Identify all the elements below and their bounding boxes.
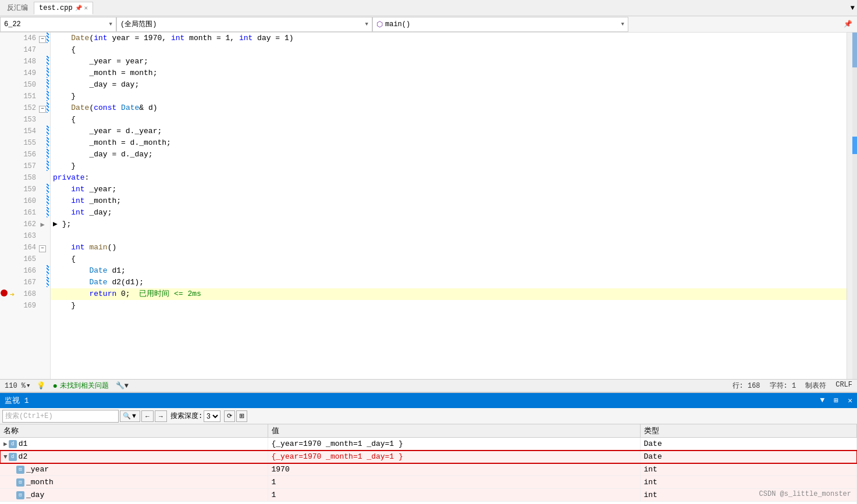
fold-arrow-162[interactable]: ▶: [40, 221, 44, 229]
code-line-164: int main(): [51, 242, 847, 253]
minimap-bg: [852, 33, 857, 379]
expand-btn[interactable]: ⊞: [236, 410, 247, 422]
fold-146[interactable]: −: [38, 34, 47, 43]
line-num-162: 162: [16, 220, 38, 228]
watch-child-type-_year: int: [640, 463, 857, 476]
gutter-row-164: 164−: [0, 242, 50, 253]
col-value: 值: [268, 424, 640, 438]
code-area[interactable]: Date(int year = 1970, int month = 1, int…: [51, 33, 847, 379]
fold-box-164[interactable]: −: [39, 245, 46, 252]
watch-row-d2[interactable]: ▼dd2{_year=1970 _month=1 _day=1 }Date: [0, 451, 857, 463]
watch-close-icon[interactable]: ✕: [848, 396, 852, 405]
line-num-147: 147: [16, 46, 38, 54]
code-line-162: ▶ };: [51, 219, 847, 230]
context-dropdown[interactable]: (全局范围) ▼: [116, 17, 372, 32]
bluebar-152: [47, 102, 50, 115]
breakpoint-168[interactable]: [0, 289, 8, 299]
watch-value-d1: {_year=1970 _month=1 _day=1 }: [268, 438, 640, 451]
lightbulb-icon[interactable]: 💡: [37, 381, 45, 390]
check-icon: ●: [52, 381, 57, 391]
watch-name-d1: ▶dd1: [0, 438, 268, 451]
fold-164[interactable]: −: [38, 243, 47, 252]
toolbar-pin-icon[interactable]: 📌: [841, 20, 855, 28]
line-num-165: 165: [16, 255, 38, 263]
right-scrollbar[interactable]: [847, 33, 857, 379]
line-num-146: 146: [16, 34, 38, 42]
gutter-row-162: 162▶: [0, 219, 50, 230]
line-num-164: 164: [16, 244, 38, 252]
watch-pin-icon[interactable]: ▼: [820, 396, 825, 405]
watch-row-child-_month[interactable]: ⊡_month1int: [0, 476, 857, 489]
gutter-row-150: 150: [0, 79, 50, 91]
zoom-dropdown-icon[interactable]: ▼: [27, 383, 30, 389]
code-line-168: return 0; 已用时间 <= 2ms: [51, 288, 847, 300]
context-value: (全局范围): [120, 19, 157, 29]
fold-152[interactable]: −: [38, 103, 47, 113]
child-icon-_year: ⊡: [16, 466, 24, 474]
depth-select[interactable]: 3 1 2 4 5: [204, 410, 221, 422]
search-placeholder: 搜索(Ctrl+E): [5, 411, 53, 421]
code-line-148: _year = year;: [51, 56, 847, 67]
code-editor: 146−147148149150151152−15315415515615715…: [0, 33, 857, 379]
minimap-highlight: [852, 33, 857, 67]
line-num-163: 163: [16, 232, 38, 240]
tab-close-icon[interactable]: ✕: [84, 4, 88, 12]
var-icon-d1: d: [9, 440, 17, 448]
watch-child-name-_month: ⊡_month: [0, 476, 268, 489]
watch-child-name-_year: ⊡_year: [0, 463, 268, 476]
expand-d2[interactable]: ▼: [3, 453, 8, 460]
line-num-157: 157: [16, 162, 38, 170]
fold-box-152[interactable]: −: [39, 106, 46, 113]
search-icon-btn[interactable]: 🔍▼: [120, 410, 140, 422]
gutter-row-161: 161: [0, 207, 50, 219]
watch-row-child-_day[interactable]: ⊡_day1int: [0, 489, 857, 502]
prev-result-btn[interactable]: ←: [141, 410, 154, 422]
tab-overflow-icon[interactable]: ▼: [851, 4, 855, 12]
refresh-btn[interactable]: ⟳: [224, 410, 235, 422]
status-right: 行: 168 字符: 1 制表符 CRLF: [732, 381, 852, 391]
watch-panel: 监视 1 ▼ ⊞ ✕ 搜索(Ctrl+E) 🔍▼ ← → 搜索深度: 3 1 2…: [0, 392, 857, 504]
scrollbar-thumb-mini[interactable]: [852, 137, 857, 154]
code-line-166: Date d1;: [51, 265, 847, 277]
function-dropdown[interactable]: ⬡ main() ▼: [372, 17, 628, 32]
next-result-btn[interactable]: →: [155, 410, 167, 422]
code-line-154: _year = d._year;: [51, 126, 847, 137]
zoom-level[interactable]: 110 % ▼: [5, 382, 30, 390]
fold-box-146[interactable]: −: [39, 36, 46, 43]
code-line-167: Date d2(d1);: [51, 277, 847, 288]
gutter-row-156: 156: [0, 149, 50, 160]
var-icon-d2: d: [9, 453, 17, 461]
tab-bar-right: ▼: [851, 4, 855, 12]
watch-content: 名称 值 类型 ▶dd1{_year=1970 _month=1 _day=1 …: [0, 424, 857, 504]
watch-row-d1[interactable]: ▶dd1{_year=1970 _month=1 _day=1 }Date: [0, 438, 857, 451]
watch-header-buttons: ▼ ⊞ ✕: [820, 396, 852, 405]
watch-row-child-_year[interactable]: ⊡_year1970int: [0, 463, 857, 476]
search-box[interactable]: 搜索(Ctrl+E): [2, 410, 119, 423]
gutter-row-163: 163: [0, 230, 50, 242]
code-line-150: _day = day;: [51, 79, 847, 91]
expand-d1[interactable]: ▶: [3, 441, 8, 448]
watch-add-placeholder[interactable]: 添加要监视的项: [0, 502, 857, 505]
function-value: main(): [385, 20, 410, 28]
watch-toolbar: 搜索(Ctrl+E) 🔍▼ ← → 搜索深度: 3 1 2 4 5 ⟳ ⊞: [0, 408, 857, 424]
fold-162[interactable]: ▶: [38, 220, 47, 229]
gutter-row-160: 160: [0, 195, 50, 207]
encoding-info: CRLF: [835, 381, 852, 391]
watch-table: 名称 值 类型 ▶dd1{_year=1970 _month=1 _day=1 …: [0, 424, 857, 504]
line-num-166: 166: [16, 267, 38, 275]
code-line-163: [51, 230, 847, 242]
watch-child-value-_month: 1: [268, 476, 640, 489]
watch-add-row[interactable]: 添加要监视的项: [0, 502, 857, 505]
tab-test-cpp[interactable]: test.cpp 📌 ✕: [34, 2, 93, 15]
scope-dropdown[interactable]: 6_22 ▼: [0, 17, 116, 32]
line-num-149: 149: [16, 69, 38, 77]
gutter-row-168: ➔168: [0, 288, 50, 300]
tab-pin-icon: 📌: [75, 5, 82, 12]
gutter-row-157: 157: [0, 160, 50, 172]
line-num-150: 150: [16, 81, 38, 89]
tools-icon[interactable]: 🔧▼: [116, 381, 129, 390]
watch-float-icon[interactable]: ⊞: [834, 396, 838, 405]
watch-child-value-_day: 1: [268, 489, 640, 502]
watermark: CSDN @s_little_monster: [759, 490, 851, 498]
gutter-row-167: 167: [0, 277, 50, 288]
